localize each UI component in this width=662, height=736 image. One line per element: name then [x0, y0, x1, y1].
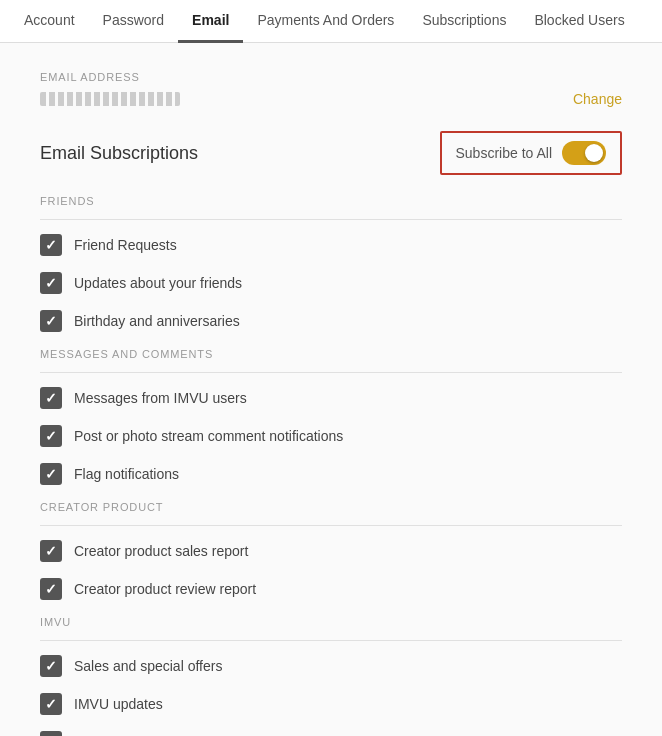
sales-offers-label: Sales and special offers: [74, 658, 222, 674]
toggle-thumb: [585, 144, 603, 162]
imvu-updates-label: IMVU updates: [74, 696, 163, 712]
subscribe-all-box: Subscribe to All: [440, 131, 623, 175]
messages-group: MESSAGES AND COMMENTS ✓ Messages from IM…: [40, 348, 622, 485]
main-content: EMAIL ADDRESS Change Email Subscriptions…: [0, 43, 662, 736]
imvu-messages-checkbox[interactable]: ✓: [40, 387, 62, 409]
friends-group-label: FRIENDS: [40, 195, 622, 207]
friends-group: FRIENDS ✓ Friend Requests ✓ Updates abou…: [40, 195, 622, 332]
friend-requests-label: Friend Requests: [74, 237, 177, 253]
subscribe-all-label: Subscribe to All: [456, 145, 553, 161]
imvu-messages-label: Messages from IMVU users: [74, 390, 247, 406]
nav-tabs: Account Password Email Payments And Orde…: [0, 0, 662, 43]
messages-group-label: MESSAGES AND COMMENTS: [40, 348, 622, 360]
list-item: ✓ Creator product review report: [40, 578, 622, 600]
tips-hints-checkbox[interactable]: ✓: [40, 731, 62, 736]
email-row: Change: [40, 91, 622, 107]
friend-requests-checkbox[interactable]: ✓: [40, 234, 62, 256]
sales-offers-checkbox[interactable]: ✓: [40, 655, 62, 677]
change-email-link[interactable]: Change: [573, 91, 622, 107]
list-item: ✓ Sales and special offers: [40, 655, 622, 677]
subscriptions-header: Email Subscriptions Subscribe to All: [40, 131, 622, 175]
email-masked-value: [40, 92, 180, 106]
sales-report-checkbox[interactable]: ✓: [40, 540, 62, 562]
subscriptions-title: Email Subscriptions: [40, 143, 198, 164]
flag-notifications-label: Flag notifications: [74, 466, 179, 482]
imvu-updates-checkbox[interactable]: ✓: [40, 693, 62, 715]
friends-divider: [40, 219, 622, 220]
list-item: ✓ Updates about your friends: [40, 272, 622, 294]
tab-password[interactable]: Password: [89, 0, 178, 43]
tab-payments[interactable]: Payments And Orders: [243, 0, 408, 43]
imvu-divider: [40, 640, 622, 641]
creator-group: CREATOR PRODUCT ✓ Creator product sales …: [40, 501, 622, 600]
toggle-track: [562, 141, 606, 165]
birthdays-checkbox[interactable]: ✓: [40, 310, 62, 332]
review-report-checkbox[interactable]: ✓: [40, 578, 62, 600]
flag-notifications-checkbox[interactable]: ✓: [40, 463, 62, 485]
imvu-group: IMVU ✓ Sales and special offers ✓ IMVU u…: [40, 616, 622, 736]
friends-updates-checkbox[interactable]: ✓: [40, 272, 62, 294]
sales-report-label: Creator product sales report: [74, 543, 248, 559]
tab-blocked[interactable]: Blocked Users: [520, 0, 638, 43]
post-comments-checkbox[interactable]: ✓: [40, 425, 62, 447]
list-item: ✓ Flag notifications: [40, 463, 622, 485]
tab-subscriptions[interactable]: Subscriptions: [408, 0, 520, 43]
list-item: ✓ IMVU tips and hints: [40, 731, 622, 736]
subscribe-all-toggle[interactable]: [562, 141, 606, 165]
tab-account[interactable]: Account: [10, 0, 89, 43]
friends-updates-label: Updates about your friends: [74, 275, 242, 291]
messages-divider: [40, 372, 622, 373]
creator-divider: [40, 525, 622, 526]
list-item: ✓ Birthday and anniversaries: [40, 310, 622, 332]
email-address-label: EMAIL ADDRESS: [40, 71, 622, 83]
list-item: ✓ IMVU updates: [40, 693, 622, 715]
review-report-label: Creator product review report: [74, 581, 256, 597]
list-item: ✓ Creator product sales report: [40, 540, 622, 562]
list-item: ✓ Friend Requests: [40, 234, 622, 256]
creator-group-label: CREATOR PRODUCT: [40, 501, 622, 513]
list-item: ✓ Post or photo stream comment notificat…: [40, 425, 622, 447]
birthdays-label: Birthday and anniversaries: [74, 313, 240, 329]
list-item: ✓ Messages from IMVU users: [40, 387, 622, 409]
imvu-group-label: IMVU: [40, 616, 622, 628]
tab-email[interactable]: Email: [178, 0, 243, 43]
post-comments-label: Post or photo stream comment notificatio…: [74, 428, 343, 444]
